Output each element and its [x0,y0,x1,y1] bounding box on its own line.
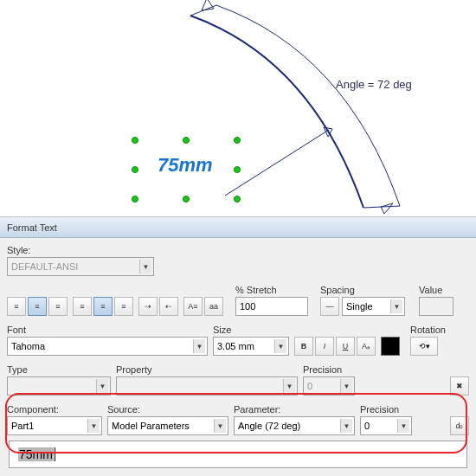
spacing-icon-button[interactable]: — [320,297,339,316]
arc-sketch [0,0,476,216]
chevron-down-icon: ▼ [214,419,226,433]
bullet-group: A≡ aa [183,297,223,316]
insert-property-button[interactable]: ✖ [450,376,469,396]
style-value: DEFAULT-ANSI [11,261,78,272]
case-button[interactable]: Aₐ [357,337,376,356]
halign-right-button[interactable]: ≡ [114,297,133,316]
precision2-value: 0 [364,421,370,431]
color-swatch[interactable] [381,337,400,356]
type-select[interactable]: ▼ [7,376,111,396]
font-value: Tahoma [11,341,45,351]
parameter-value: Angle (72 deg) [238,421,300,431]
spacing-select[interactable]: Single ▼ [342,297,405,316]
style-select[interactable]: DEFAULT-ANSI ▼ [7,257,154,276]
svg-line-2 [225,130,329,196]
bullet-button[interactable]: A≡ [183,297,203,316]
chevron-down-icon: ▼ [283,379,295,393]
flow-group: ⇢ ⇠ [138,297,178,316]
type-label: Type [7,364,111,375]
insert-parameter-button[interactable]: d₀ [450,416,469,435]
rotation-button[interactable]: ⟲▾ [410,337,438,356]
source-select[interactable]: Model Parameters▼ [107,416,228,435]
halign-left-button[interactable]: ≡ [73,297,92,316]
font-label: Font [7,325,208,335]
component-value: Part1 [11,421,34,431]
numbering-button[interactable]: aa [204,297,223,316]
chevron-down-icon: ▼ [87,419,100,433]
precision2-select[interactable]: 0▼ [360,416,412,435]
style-buttons: B I U Aₐ [294,337,376,356]
valign-middle-button[interactable]: ≡ [28,297,47,316]
angle-annotation: Angle = 72 deg [336,78,412,91]
precision1-label: Precision [303,364,355,375]
chevron-down-icon: ▼ [139,260,151,273]
precision2-label: Precision [360,404,412,415]
chevron-down-icon: ▼ [340,419,352,433]
stretch-label: % Stretch [235,285,308,295]
component-select[interactable]: Part1▼ [7,416,102,435]
underline-button[interactable]: U [336,337,355,356]
parameter-label: Parameter: [234,404,355,415]
rotation-label: Rotation [410,325,446,335]
style-label: Style: [7,245,469,255]
size-combo[interactable]: 3.05 mm ▼ [213,337,289,356]
spacing-label: Spacing [320,285,405,295]
property-label: Property [116,364,298,375]
chevron-down-icon: ▼ [193,339,205,353]
size-value: 3.05 mm [217,341,254,351]
chevron-down-icon: ▼ [96,379,108,393]
chevron-down-icon: ▼ [340,379,352,393]
stretch-value: 100 [240,301,255,312]
valign-bottom-button[interactable]: ≡ [48,297,68,316]
valign-group: ≡ ≡ ≡ [7,297,68,316]
halign-group: ≡ ≡ ≡ [73,297,133,316]
text-edit-area[interactable]: 75mm [9,441,467,468]
value-label: Value [419,285,453,295]
text-edit-content: 75mm [18,447,54,461]
chevron-down-icon: ▼ [274,339,286,353]
halign-center-button[interactable]: ≡ [93,297,113,316]
precision1-select[interactable]: 0▼ [303,376,355,396]
stretch-input[interactable]: 100 [235,297,308,316]
bold-button[interactable]: B [294,337,313,356]
dimension-text: 75mm [158,154,213,177]
italic-button[interactable]: I [315,337,334,356]
value-input[interactable] [419,297,453,316]
component-label: Component: [7,404,102,415]
text-cursor [55,447,55,461]
font-select[interactable]: Tahoma ▼ [7,337,208,356]
property-select[interactable]: ▼ [116,376,298,396]
valign-top-button[interactable]: ≡ [7,297,26,316]
parameter-select[interactable]: Angle (72 deg)▼ [234,416,355,435]
flow-b-button[interactable]: ⇠ [159,297,178,316]
format-text-dialog: Format Text Style: DEFAULT-ANSI ▼ ≡ ≡ ≡ … [0,216,476,476]
chevron-down-icon: ▼ [390,299,402,313]
chevron-down-icon: ▼ [397,419,409,433]
size-label: Size [213,325,289,335]
flow-a-button[interactable]: ⇢ [138,297,158,316]
spacing-value: Single [346,301,373,312]
dialog-title: Format Text [0,217,476,238]
source-value: Model Parameters [112,421,190,431]
precision1-value: 0 [307,381,312,391]
source-label: Source: [107,404,228,415]
drawing-canvas: 75mm Angle = 72 deg [0,0,476,216]
